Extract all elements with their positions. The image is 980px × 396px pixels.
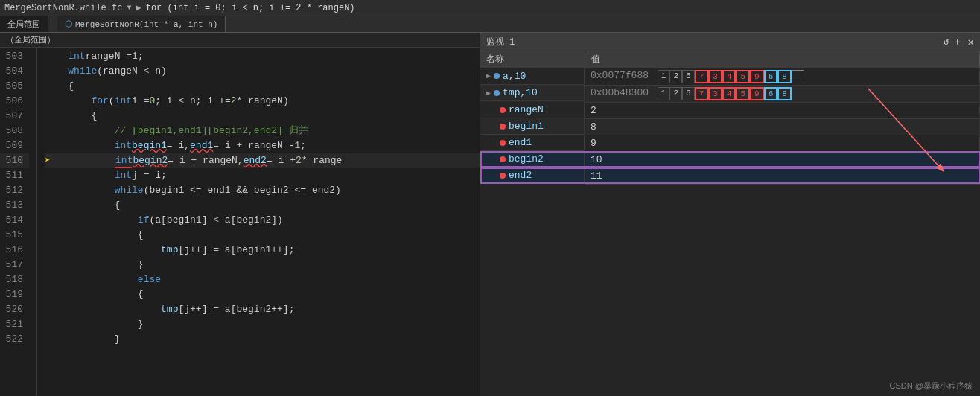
code-line-513: { — [45, 198, 480, 213]
add-watch-icon[interactable]: ＋ — [952, 35, 962, 48]
watch-row-begin2: begin2 10 — [480, 151, 980, 167]
tab-scope[interactable]: 全局范围 — [0, 16, 48, 32]
var-name-begin1: begin1 — [509, 121, 544, 132]
code-line-506: for (int i = 0; i < n; i += 2 * rangeN) — [45, 94, 480, 109]
watch-row-end2: end2 11 — [480, 167, 980, 184]
var-name-end1: end1 — [509, 137, 532, 148]
val-end2: 11 — [591, 170, 602, 182]
ln-507: 507 — [0, 109, 29, 124]
dot-end2 — [500, 173, 506, 179]
code-line-521: } — [45, 317, 480, 332]
code-line-522: } — [45, 332, 480, 347]
watch-row-begin1: begin1 8 — [480, 118, 980, 135]
code-line-517: } — [45, 258, 480, 272]
val-rangeN: 2 — [591, 105, 596, 116]
watch-table: 名称 值 ▶ a,10 0x0077f688 — [480, 51, 980, 185]
watch-value-begin2: 10 — [585, 151, 980, 167]
watch-name-end1: end1 — [480, 135, 585, 151]
close-icon[interactable]: ✕ — [968, 36, 974, 48]
exec-arrow: ➤ — [45, 153, 50, 168]
top-bar: MergeSortNonR.while.fc ▼ ▶ for (int i = … — [0, 0, 980, 16]
ln-513: 513 — [0, 198, 29, 213]
code-line-519: { — [45, 287, 480, 302]
val-begin2: 10 — [591, 154, 602, 165]
tab-function[interactable]: ⬡ MergeSortNonR(int * a, int n) — [57, 16, 226, 32]
function-label: MergeSortNonR(int * a, int n) — [75, 20, 217, 29]
ln-504: 504 — [0, 64, 29, 79]
ln-519: 519 — [0, 287, 29, 302]
code-line-505: { — [45, 79, 480, 94]
scope-label: 全局范围 — [7, 19, 40, 30]
code-line-516: tmp[j++] = a[begin1++]; — [45, 243, 480, 258]
code-line-518: else — [45, 272, 480, 287]
array-viz-tmp: 1 2 6 7 3 4 5 9 6 8 — [658, 87, 792, 100]
code-lines: int rangeN = 1; while (rangeN < n) { for… — [37, 48, 480, 396]
dot-a — [494, 73, 500, 79]
breadcrumb-text: for (int i = 0; i < n; i += 2 * rangeN) — [146, 3, 355, 13]
var-name-a: a,10 — [503, 71, 526, 82]
var-name-begin2: begin2 — [509, 153, 544, 165]
function-icon: ⬡ — [65, 19, 72, 30]
watch-row-rangeN: rangeN 2 — [480, 102, 980, 118]
watch-value-rangeN: 2 — [585, 102, 980, 118]
dot-begin1 — [500, 124, 506, 130]
watch-row-a: ▶ a,10 0x0077f688 1 2 6 7 3 — [480, 68, 980, 85]
var-name-tmp: tmp,10 — [503, 87, 538, 98]
watch-header: 名称 值 — [480, 51, 980, 68]
code-line-515: { — [45, 228, 480, 243]
code-line-508: // [begin1,end1][begin2,end2] 归并 — [45, 124, 480, 138]
watch-name-begin1: begin1 — [480, 118, 585, 135]
code-area: 503 504 505 506 507 508 509 510 511 512 … — [0, 48, 480, 396]
debug-panel: 监视 1 ↺ ＋ ✕ 名称 值 ▶ — [480, 33, 980, 396]
ln-509: 509 — [0, 138, 29, 153]
ln-512: 512 — [0, 183, 29, 198]
watch-value-end1: 9 — [585, 135, 980, 151]
file-name[interactable]: MergeSortNonR.while.fc — [4, 3, 122, 13]
watermark: CSDN @暴躁小程序猿 — [890, 380, 973, 392]
code-line-512: while (begin1 <= end1 && begin2 <= end2) — [45, 183, 480, 198]
watch-name-begin2: begin2 — [480, 151, 585, 167]
code-line-511: int j = i; — [45, 168, 480, 183]
ln-515: 515 — [0, 228, 29, 243]
tab-row: 全局范围 ⬡ MergeSortNonR(int * a, int n) — [0, 16, 980, 33]
dot-tmp — [494, 90, 500, 96]
refresh-icon[interactable]: ↺ — [944, 36, 949, 48]
var-name-rangeN: rangeN — [509, 104, 544, 115]
main-layout: （全局范围） 503 504 505 506 507 508 509 510 5… — [0, 33, 980, 396]
dropdown-icon[interactable]: ▼ — [127, 4, 131, 12]
ln-511: 511 — [0, 168, 29, 183]
ln-514: 514 — [0, 213, 29, 228]
val-begin1: 8 — [591, 121, 596, 132]
ln-522: 522 — [0, 332, 29, 347]
watch-name-tmp: ▶ tmp,10 — [480, 85, 585, 101]
watch-value-tmp: 0x00b48300 1 2 6 7 3 4 5 9 6 — [585, 85, 980, 102]
watch-table-container: 名称 值 ▶ a,10 0x0077f688 — [480, 51, 980, 185]
debug-toolbar: ↺ ＋ ✕ — [944, 35, 974, 48]
watch-value-begin1: 8 — [585, 118, 980, 135]
code-line-510: ➤ int begin2 = i + rangeN, end2 = i + 2 … — [45, 153, 480, 168]
scope-text: （全局范围） — [6, 34, 55, 45]
col-value-header: 值 — [585, 51, 980, 68]
code-line-503: int rangeN = 1; — [45, 49, 480, 64]
code-panel: （全局范围） 503 504 505 506 507 508 509 510 5… — [0, 33, 480, 396]
watch-value-end2: 11 — [585, 167, 980, 184]
debug-title-bar: 监视 1 ↺ ＋ ✕ — [480, 33, 980, 51]
ln-518: 518 — [0, 272, 29, 287]
col-name-header: 名称 — [480, 51, 585, 68]
watch-name-rangeN: rangeN — [480, 102, 585, 118]
watch-name-a: ▶ a,10 — [480, 68, 585, 85]
ln-505: 505 — [0, 79, 29, 94]
code-line-504: while (rangeN < n) — [45, 64, 480, 79]
array-viz-a: 1 2 6 7 3 4 5 9 6 8 — [658, 70, 804, 83]
dot-end1 — [500, 140, 506, 146]
line-numbers: 503 504 505 506 507 508 509 510 511 512 … — [0, 48, 37, 396]
ln-503: 503 — [0, 49, 29, 64]
dot-rangeN — [500, 107, 506, 113]
var-name-end2: end2 — [509, 170, 532, 181]
expand-icon-tmp[interactable]: ▶ — [486, 89, 491, 98]
ln-508: 508 — [0, 124, 29, 138]
code-line-520: tmp[j++] = a[begin2++]; — [45, 302, 480, 317]
ln-510: 510 — [0, 153, 29, 168]
expand-icon-a[interactable]: ▶ — [486, 71, 491, 80]
ln-506: 506 — [0, 94, 29, 109]
